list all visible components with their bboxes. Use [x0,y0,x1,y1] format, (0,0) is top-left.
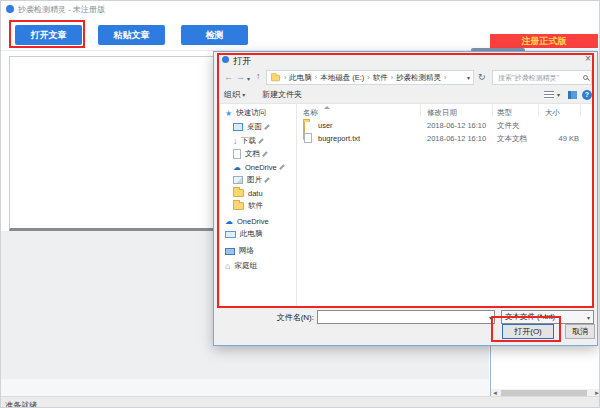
pin-icon [279,164,284,169]
column-header-size[interactable]: 大小 [545,108,560,118]
filename-label: 文件名(N): [254,312,314,323]
breadcrumb-software[interactable]: 软件 [373,73,388,83]
crumb-sep-icon: › [284,74,286,81]
text-file-icon [304,133,312,143]
crumb-sep-icon: › [391,74,393,81]
file-browser: ★ 快速访问 桌面 ↓ 下载 文档 ☁ OneDrive [219,103,594,307]
organize-chevron-down-icon: ▾ [242,92,245,98]
search-icon [583,75,588,80]
sidebar-item-desktop[interactable]: 桌面 [233,121,272,133]
sidebar-item-network[interactable]: 网络 [225,245,254,257]
breadcrumb[interactable]: › 此电脑 › 本地磁盘 (E:) › 软件 › 抄袭检测精灵 › ▾ [266,70,474,85]
up-icon[interactable]: ↑ [256,71,261,81]
sort-ascending-icon [324,106,330,109]
status-text: 准备就绪 [5,400,37,408]
refresh-icon[interactable]: ↻ [478,72,486,82]
filename-input[interactable] [318,313,489,322]
filetype-select[interactable]: 文本文件 (*.txt) ▾ [501,310,594,324]
app-icon [6,5,14,13]
sidebar-item-onedrive-pinned[interactable]: ☁ OneDrive [233,161,286,173]
dialog-open-button[interactable]: 打开(O) [502,324,554,339]
sidebar-item-homegroup[interactable]: ⌂ 家庭组 [225,260,257,272]
titlebar: 抄袭检测精灵 - 未注册版 [1,1,600,17]
sidebar-item-datu[interactable]: datu [233,187,263,199]
network-icon [225,248,235,255]
pane-divider[interactable] [296,104,297,308]
search-input[interactable] [496,73,583,82]
sidebar-item-quick-access[interactable]: ★ 快速访问 [225,107,266,119]
close-icon[interactable]: × [585,53,591,64]
column-divider[interactable] [492,104,493,117]
breadcrumb-this-pc[interactable]: 此电脑 [289,73,312,83]
view-chevron-down-icon[interactable]: ▾ [557,91,560,98]
file-row-bugreport[interactable]: bugreport.txt 2018-06-12 16:10 文本文档 49 K… [298,132,593,145]
folder-icon [271,74,280,80]
filename-field[interactable]: ▾ [317,310,495,324]
pin-icon [264,177,269,182]
document-icon [233,149,241,159]
filename-chevron-down-icon[interactable]: ▾ [489,314,492,321]
forward-icon[interactable]: → [236,72,245,82]
sidebar-item-documents[interactable]: 文档 [233,148,270,160]
breadcrumb-current-folder[interactable]: 抄袭检测精灵 [396,73,441,83]
column-header-name[interactable]: 名称 [303,108,318,118]
dialog-cancel-button[interactable]: 取消 [565,324,595,339]
column-header-date[interactable]: 修改日期 [427,108,457,118]
address-chevron-down-icon[interactable]: ▾ [467,74,470,81]
app-window: 抄袭检测精灵 - 未注册版 打开文章 粘贴文章 检测 注册正式版 ◄ ► 准备就… [0,0,600,408]
breadcrumb-local-disk-e[interactable]: 本地磁盘 (E:) [320,73,364,83]
preview-pane-icon[interactable] [568,91,577,99]
sidebar-item-downloads[interactable]: ↓ 下载 [233,135,266,147]
sidebar-item-software[interactable]: 软件 [233,200,263,212]
cloud-icon: ☁ [233,163,241,172]
pictures-icon [233,176,243,184]
homegroup-icon: ⌂ [225,261,230,271]
desktop-icon [233,123,243,131]
sidebar-item-onedrive[interactable]: ☁ OneDrive [225,215,269,227]
column-divider[interactable] [580,104,581,117]
cloud-icon: ☁ [225,217,233,226]
star-icon: ★ [225,109,232,118]
open-article-button[interactable]: 打开文章 [15,25,82,45]
column-divider[interactable] [538,104,539,117]
column-divider[interactable] [420,104,421,117]
file-row-user[interactable]: user 2018-06-12 16:10 文件夹 [298,119,593,132]
pin-icon [264,124,269,129]
paste-article-button[interactable]: 粘贴文章 [98,25,165,45]
folder-icon [233,189,244,197]
help-icon[interactable]: ? [582,90,592,100]
new-folder-button[interactable]: 新建文件夹 [262,89,302,100]
crumb-sep-icon: › [444,74,446,81]
open-file-dialog: 打开 × ← → ▾ ↑ › 此电脑 › 本地磁盘 (E:) › 软件 › 抄袭… [213,51,598,346]
pin-icon [262,151,267,156]
dialog-title: 打开 [233,55,251,68]
sidebar-item-this-pc[interactable]: 此电脑 [225,228,263,240]
filetype-chevron-down-icon: ▾ [587,314,590,321]
detect-button[interactable]: 检测 [181,25,248,45]
folder-icon [233,202,244,210]
view-mode-icon[interactable] [544,91,554,99]
dialog-icon [222,56,229,63]
status-bar [1,396,600,408]
download-icon: ↓ [233,137,237,146]
column-header-type[interactable]: 类型 [497,108,512,118]
window-title: 抄袭检测精灵 - 未注册版 [18,4,105,15]
search-box[interactable] [492,70,592,85]
crumb-sep-icon: › [315,74,317,81]
organize-menu[interactable]: 组织 ▾ [224,89,245,100]
sidebar-item-pictures[interactable]: 图片 [233,174,272,186]
computer-icon [225,231,236,238]
pin-icon [258,138,263,143]
history-chevron-down-icon[interactable]: ▾ [247,75,250,82]
crumb-sep-icon: › [367,74,369,81]
lower-white-band [1,379,489,396]
register-badge[interactable]: 注册正式版 [490,34,598,48]
back-icon[interactable]: ← [224,72,233,82]
